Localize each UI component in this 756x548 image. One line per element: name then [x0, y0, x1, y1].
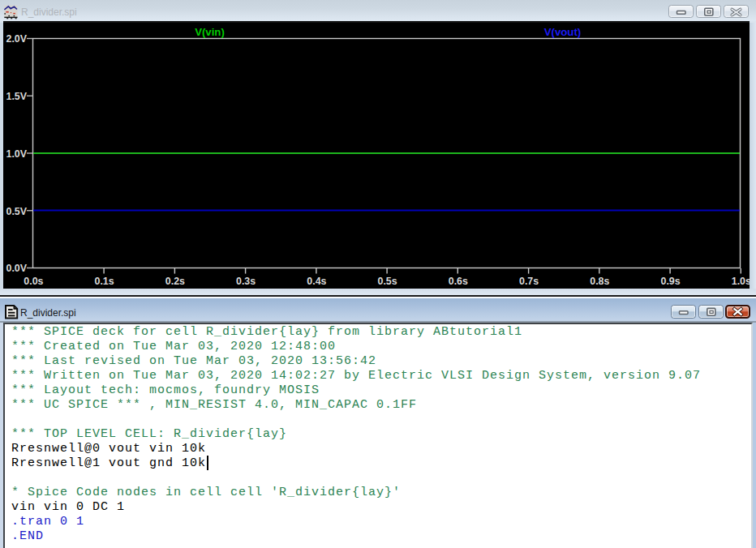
svg-text:1.5V: 1.5V: [6, 91, 28, 102]
svg-text:0.8s: 0.8s: [590, 276, 609, 287]
svg-text:0.0s: 0.0s: [24, 276, 43, 287]
svg-text:0.6s: 0.6s: [449, 276, 468, 287]
svg-text:V(vout): V(vout): [544, 26, 581, 38]
svg-text:1.0V: 1.0V: [6, 148, 28, 160]
svg-text:0.0V: 0.0V: [6, 263, 28, 274]
svg-text:0.7s: 0.7s: [519, 276, 539, 287]
svg-text:0.1s: 0.1s: [95, 276, 114, 287]
svg-text:2.0V: 2.0V: [6, 33, 28, 45]
svg-text:0.2s: 0.2s: [165, 276, 185, 287]
svg-text:0.4s: 0.4s: [307, 276, 326, 287]
svg-text:0.5s: 0.5s: [378, 276, 397, 287]
svg-text:1.0s: 1.0s: [732, 276, 750, 287]
svg-text:V(vin): V(vin): [195, 26, 225, 38]
svg-text:0.9s: 0.9s: [661, 276, 681, 287]
svg-text:0.5V: 0.5V: [6, 206, 28, 217]
svg-text:0.3s: 0.3s: [236, 276, 256, 287]
